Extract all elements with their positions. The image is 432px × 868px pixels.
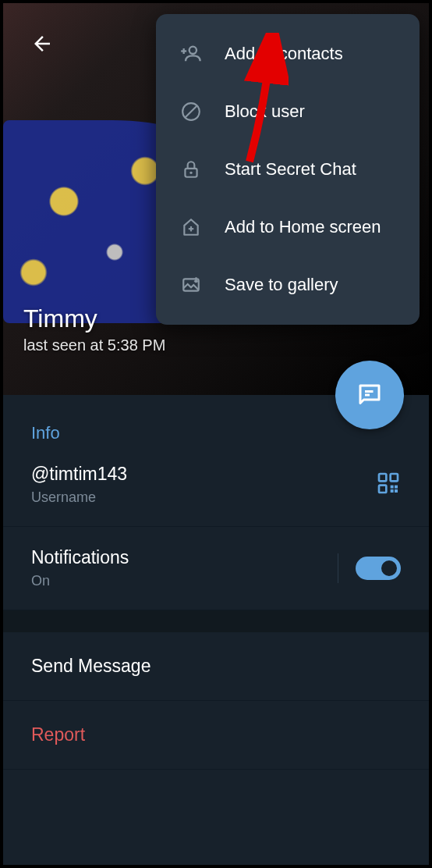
menu-secret-chat[interactable]: Start Secret Chat bbox=[156, 141, 420, 198]
menu-item-label: Block user bbox=[225, 101, 305, 122]
svg-line-13 bbox=[185, 105, 197, 117]
svg-point-9 bbox=[189, 47, 197, 54]
menu-save-gallery[interactable]: Save to gallery bbox=[156, 256, 420, 314]
send-message-button[interactable]: Send Message bbox=[3, 632, 429, 701]
overflow-menu: Add to contacts Block user Start Secret … bbox=[156, 14, 420, 325]
svg-rect-7 bbox=[391, 489, 394, 493]
menu-home-screen[interactable]: Add to Home screen bbox=[156, 198, 420, 256]
block-icon bbox=[179, 100, 203, 123]
menu-add-contacts[interactable]: Add to contacts bbox=[156, 25, 420, 83]
image-download-icon bbox=[179, 273, 203, 297]
svg-rect-6 bbox=[395, 486, 398, 489]
menu-item-label: Add to contacts bbox=[225, 44, 343, 64]
menu-item-label: Start Secret Chat bbox=[225, 159, 356, 180]
lock-icon bbox=[179, 158, 203, 181]
person-add-icon bbox=[179, 42, 203, 66]
back-button[interactable] bbox=[27, 28, 58, 59]
profile-name: Timmy bbox=[23, 304, 165, 333]
svg-rect-3 bbox=[391, 474, 398, 481]
qr-code-icon bbox=[376, 471, 401, 496]
notifications-toggle[interactable] bbox=[356, 557, 401, 580]
info-section-title: Info bbox=[31, 423, 401, 443]
username-value: @timtim143 bbox=[31, 464, 127, 485]
menu-item-label: Save to gallery bbox=[225, 275, 338, 295]
section-spacer bbox=[3, 610, 429, 632]
divider bbox=[338, 553, 338, 583]
notifications-label: Notifications bbox=[31, 547, 129, 568]
menu-item-label: Add to Home screen bbox=[225, 217, 381, 237]
notifications-row[interactable]: Notifications On bbox=[3, 527, 429, 610]
username-label: Username bbox=[31, 489, 127, 506]
svg-point-15 bbox=[189, 172, 192, 174]
svg-rect-2 bbox=[379, 474, 386, 481]
notifications-value: On bbox=[31, 573, 129, 589]
menu-block-user[interactable]: Block user bbox=[156, 83, 420, 141]
report-button[interactable]: Report bbox=[3, 701, 429, 770]
home-add-icon bbox=[179, 215, 203, 239]
svg-rect-8 bbox=[395, 489, 398, 493]
chat-icon bbox=[356, 381, 384, 409]
arrow-left-icon bbox=[30, 32, 54, 55]
svg-rect-4 bbox=[379, 486, 386, 493]
svg-rect-5 bbox=[391, 486, 394, 489]
profile-status: last seen at 5:38 PM bbox=[23, 336, 165, 354]
message-fab[interactable] bbox=[335, 361, 404, 429]
qr-code-button[interactable] bbox=[376, 471, 401, 499]
username-row[interactable]: @timtim143 Username bbox=[3, 443, 429, 527]
